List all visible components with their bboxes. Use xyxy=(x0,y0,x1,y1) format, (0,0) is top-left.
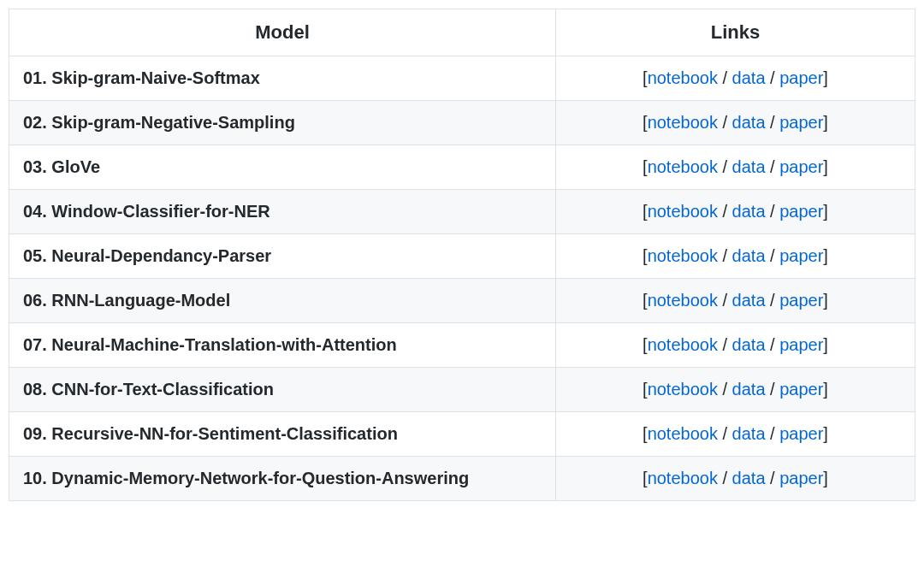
separator: / xyxy=(718,157,732,176)
bracket-close: ] xyxy=(823,424,828,443)
links-cell: [notebook / data / paper] xyxy=(556,56,915,101)
links-cell: [notebook / data / paper] xyxy=(556,101,915,145)
table-row: 08. CNN-for-Text-Classification[notebook… xyxy=(9,368,915,412)
model-name: 09. Recursive-NN-for-Sentiment-Classific… xyxy=(9,412,556,457)
table-row: 06. RNN-Language-Model[notebook / data /… xyxy=(9,279,915,323)
notebook-link[interactable]: notebook xyxy=(648,424,718,443)
table-row: 10. Dynamic-Memory-Network-for-Question-… xyxy=(9,457,915,501)
notebook-link[interactable]: notebook xyxy=(648,291,718,310)
separator: / xyxy=(766,469,780,487)
header-links: Links xyxy=(556,9,915,56)
links-cell: [notebook / data / paper] xyxy=(556,190,915,234)
header-model: Model xyxy=(9,9,556,56)
table-row: 02. Skip-gram-Negative-Sampling[notebook… xyxy=(9,101,915,145)
links-cell: [notebook / data / paper] xyxy=(556,457,915,501)
notebook-link[interactable]: notebook xyxy=(648,380,718,399)
data-link[interactable]: data xyxy=(732,246,766,265)
table-row: 09. Recursive-NN-for-Sentiment-Classific… xyxy=(9,412,915,457)
separator: / xyxy=(766,246,780,265)
table-row: 01. Skip-gram-Naive-Softmax[notebook / d… xyxy=(9,56,915,101)
notebook-link[interactable]: notebook xyxy=(648,157,718,176)
data-link[interactable]: data xyxy=(732,335,766,354)
links-cell: [notebook / data / paper] xyxy=(556,323,915,368)
data-link[interactable]: data xyxy=(732,157,766,176)
separator: / xyxy=(766,113,780,132)
data-link[interactable]: data xyxy=(732,202,766,221)
model-name: 01. Skip-gram-Naive-Softmax xyxy=(9,56,556,101)
paper-link[interactable]: paper xyxy=(779,157,823,176)
bracket-close: ] xyxy=(823,469,828,487)
links-cell: [notebook / data / paper] xyxy=(556,368,915,412)
paper-link[interactable]: paper xyxy=(779,246,823,265)
bracket-close: ] xyxy=(823,335,828,354)
separator: / xyxy=(718,291,732,310)
separator: / xyxy=(718,469,732,487)
model-name: 05. Neural-Dependancy-Parser xyxy=(9,234,556,279)
separator: / xyxy=(718,113,732,132)
notebook-link[interactable]: notebook xyxy=(648,113,718,132)
bracket-close: ] xyxy=(823,68,828,87)
separator: / xyxy=(766,424,780,443)
paper-link[interactable]: paper xyxy=(779,291,823,310)
separator: / xyxy=(766,68,780,87)
separator: / xyxy=(766,291,780,310)
table-row: 04. Window-Classifier-for-NER[notebook /… xyxy=(9,190,915,234)
bracket-close: ] xyxy=(823,202,828,221)
data-link[interactable]: data xyxy=(732,68,766,87)
separator: / xyxy=(718,335,732,354)
links-cell: [notebook / data / paper] xyxy=(556,279,915,323)
separator: / xyxy=(766,380,780,399)
separator: / xyxy=(766,202,780,221)
notebook-link[interactable]: notebook xyxy=(648,202,718,221)
separator: / xyxy=(766,335,780,354)
paper-link[interactable]: paper xyxy=(779,113,823,132)
bracket-close: ] xyxy=(823,113,828,132)
notebook-link[interactable]: notebook xyxy=(648,469,718,487)
model-name: 08. CNN-for-Text-Classification xyxy=(9,368,556,412)
data-link[interactable]: data xyxy=(732,380,766,399)
model-name: 10. Dynamic-Memory-Network-for-Question-… xyxy=(9,457,556,501)
paper-link[interactable]: paper xyxy=(779,202,823,221)
model-name: 02. Skip-gram-Negative-Sampling xyxy=(9,101,556,145)
models-table: Model Links 01. Skip-gram-Naive-Softmax[… xyxy=(9,9,915,501)
separator: / xyxy=(718,424,732,443)
bracket-close: ] xyxy=(823,380,828,399)
separator: / xyxy=(718,246,732,265)
table-row: 05. Neural-Dependancy-Parser[notebook / … xyxy=(9,234,915,279)
table-row: 07. Neural-Machine-Translation-with-Atte… xyxy=(9,323,915,368)
links-cell: [notebook / data / paper] xyxy=(556,412,915,457)
model-name: 03. GloVe xyxy=(9,145,556,190)
separator: / xyxy=(766,157,780,176)
links-cell: [notebook / data / paper] xyxy=(556,234,915,279)
paper-link[interactable]: paper xyxy=(779,335,823,354)
data-link[interactable]: data xyxy=(732,291,766,310)
bracket-close: ] xyxy=(823,291,828,310)
notebook-link[interactable]: notebook xyxy=(648,68,718,87)
notebook-link[interactable]: notebook xyxy=(648,335,718,354)
table-row: 03. GloVe[notebook / data / paper] xyxy=(9,145,915,190)
separator: / xyxy=(718,68,732,87)
links-cell: [notebook / data / paper] xyxy=(556,145,915,190)
separator: / xyxy=(718,380,732,399)
paper-link[interactable]: paper xyxy=(779,68,823,87)
model-name: 07. Neural-Machine-Translation-with-Atte… xyxy=(9,323,556,368)
notebook-link[interactable]: notebook xyxy=(648,246,718,265)
data-link[interactable]: data xyxy=(732,113,766,132)
bracket-close: ] xyxy=(823,246,828,265)
model-name: 06. RNN-Language-Model xyxy=(9,279,556,323)
separator: / xyxy=(718,202,732,221)
data-link[interactable]: data xyxy=(732,424,766,443)
table-header-row: Model Links xyxy=(9,9,915,56)
data-link[interactable]: data xyxy=(732,469,766,487)
model-name: 04. Window-Classifier-for-NER xyxy=(9,190,556,234)
paper-link[interactable]: paper xyxy=(779,469,823,487)
paper-link[interactable]: paper xyxy=(779,424,823,443)
bracket-close: ] xyxy=(823,157,828,176)
paper-link[interactable]: paper xyxy=(779,380,823,399)
